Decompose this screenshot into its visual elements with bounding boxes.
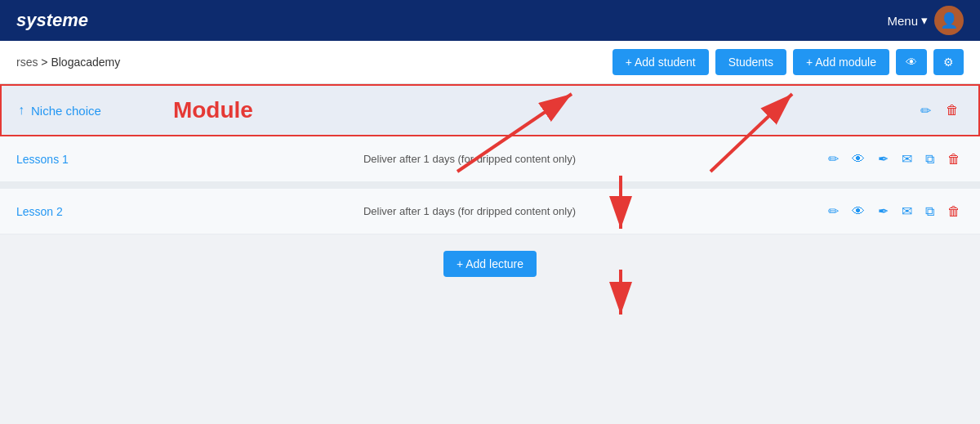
trash-icon: 🗑 bbox=[947, 204, 960, 218]
edit-icon: ✏ bbox=[828, 152, 839, 166]
top-navigation: systeme Menu ▾ 👤 bbox=[0, 0, 980, 41]
module-delete-button[interactable]: 🗑 bbox=[942, 101, 962, 119]
menu-label: Menu bbox=[887, 14, 918, 28]
chevron-down-icon: ▾ bbox=[921, 13, 928, 28]
eye-icon: 👁 bbox=[906, 56, 917, 69]
module-row: ↑ Niche choice Module ✏ 🗑 bbox=[0, 84, 980, 136]
breadcrumb: rses > Blogacademy bbox=[16, 56, 120, 69]
add-module-button[interactable]: + Add module bbox=[793, 49, 889, 75]
menu-button[interactable]: Menu ▾ bbox=[887, 13, 928, 28]
lesson-separator bbox=[0, 182, 980, 189]
module-up-icon: ↑ bbox=[18, 103, 24, 118]
add-module-label: + Add module bbox=[806, 56, 876, 69]
pencil-icon: ✏ bbox=[920, 104, 931, 118]
settings-button[interactable]: ⚙ bbox=[933, 49, 964, 75]
lesson-1-mail-button[interactable]: ✉ bbox=[898, 150, 915, 168]
module-edit-button[interactable]: ✏ bbox=[917, 101, 934, 120]
add-student-button[interactable]: + Add student bbox=[612, 49, 709, 75]
lesson-1-edit-button[interactable]: ✏ bbox=[825, 150, 842, 168]
add-lecture-label: + Add lecture bbox=[457, 257, 523, 270]
mail-icon: ✉ bbox=[902, 204, 912, 218]
breadcrumb-current: Blogacademy bbox=[51, 56, 120, 69]
students-button[interactable]: Students bbox=[715, 49, 786, 75]
lesson-1-title[interactable]: Lessons 1 bbox=[16, 153, 114, 166]
breadcrumb-separator: > bbox=[41, 56, 51, 69]
mail-icon: ✉ bbox=[902, 152, 912, 166]
add-lecture-row: + Add lecture bbox=[0, 234, 980, 293]
lesson-1-deliver: Deliver after 1 days (for dripped conten… bbox=[114, 153, 825, 165]
edit-icon: ✏ bbox=[828, 204, 839, 218]
lesson-2-delete-button[interactable]: 🗑 bbox=[944, 203, 964, 221]
lesson-2-pencil-button[interactable]: ✒ bbox=[875, 202, 892, 221]
lesson-2-title[interactable]: Lesson 2 bbox=[16, 205, 114, 218]
lesson-2-edit-button[interactable]: ✏ bbox=[825, 202, 842, 221]
lesson-2-eye-button[interactable]: 👁 bbox=[849, 203, 868, 221]
module-actions: ✏ 🗑 bbox=[917, 101, 962, 120]
module-annotation-label: Module bbox=[173, 97, 253, 123]
lesson-2-mail-button[interactable]: ✉ bbox=[898, 202, 915, 221]
add-lecture-button[interactable]: + Add lecture bbox=[443, 251, 537, 277]
avatar[interactable]: 👤 bbox=[934, 6, 964, 35]
lesson-2-copy-button[interactable]: ⧉ bbox=[922, 203, 938, 221]
lesson-2-icons: ✏ 👁 ✒ ✉ ⧉ 🗑 bbox=[825, 202, 964, 221]
copy-icon: ⧉ bbox=[925, 204, 934, 218]
lesson-2-deliver: Deliver after 1 days (for dripped conten… bbox=[114, 205, 825, 217]
nav-right: Menu ▾ 👤 bbox=[887, 6, 964, 35]
trash-icon: 🗑 bbox=[946, 103, 959, 117]
gear-icon: ⚙ bbox=[943, 56, 954, 69]
lesson-1-pencil-button[interactable]: ✒ bbox=[875, 150, 892, 168]
lesson-1-copy-button[interactable]: ⧉ bbox=[922, 150, 938, 168]
page-wrapper: systeme Menu ▾ 👤 rses > Blogacademy + Ad… bbox=[0, 0, 980, 424]
logo: systeme bbox=[16, 10, 88, 31]
action-bar: rses > Blogacademy + Add student Student… bbox=[0, 41, 980, 84]
module-title[interactable]: Niche choice bbox=[31, 104, 101, 118]
trash-icon: 🗑 bbox=[947, 152, 960, 166]
lesson-1-icons: ✏ 👁 ✒ ✉ ⧉ 🗑 bbox=[825, 150, 964, 168]
eye-button[interactable]: 👁 bbox=[896, 49, 927, 75]
main-content: ↑ Niche choice Module ✏ 🗑 Lessons 1 Deli… bbox=[0, 84, 980, 293]
eye-icon: 👁 bbox=[852, 152, 865, 166]
lesson-row: Lessons 1 Deliver after 1 days (for drip… bbox=[0, 136, 980, 182]
lesson-1-eye-button[interactable]: 👁 bbox=[849, 150, 868, 168]
breadcrumb-parent[interactable]: rses bbox=[16, 56, 38, 69]
lesson-row: Lesson 2 Deliver after 1 days (for dripp… bbox=[0, 189, 980, 234]
action-buttons: + Add student Students + Add module 👁 ⚙ bbox=[612, 49, 964, 75]
logo-text: systeme bbox=[16, 10, 88, 30]
lesson-1-delete-button[interactable]: 🗑 bbox=[944, 150, 964, 168]
module-left: ↑ Niche choice Module bbox=[18, 97, 253, 123]
pencil-icon: ✒ bbox=[878, 204, 889, 218]
add-student-label: + Add student bbox=[626, 56, 696, 69]
eye-icon: 👁 bbox=[852, 204, 865, 218]
pencil-icon: ✒ bbox=[878, 152, 889, 166]
students-label: Students bbox=[728, 56, 773, 69]
copy-icon: ⧉ bbox=[925, 152, 934, 166]
